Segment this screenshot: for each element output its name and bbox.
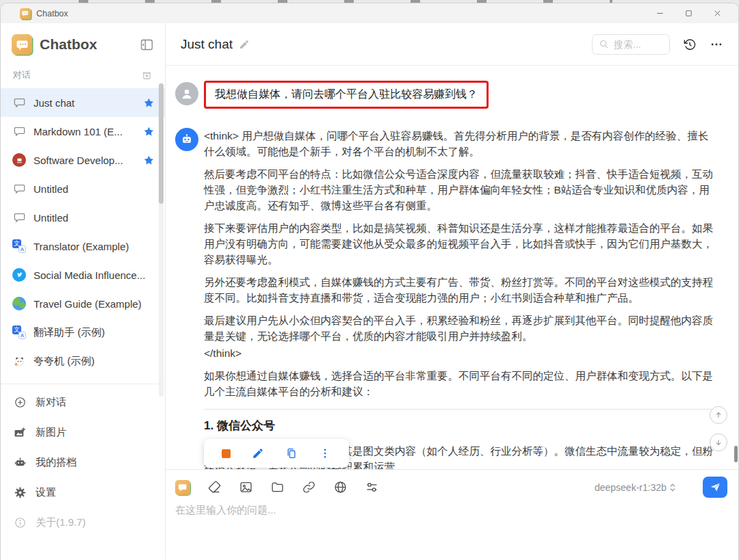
section-divider — [204, 409, 718, 410]
conversation-item-software-developer[interactable]: Software Develop... — [1, 146, 165, 174]
chatbox-logo-icon — [20, 8, 31, 19]
sidebar: Chatbox 对话 Just chat Mar — [1, 23, 166, 559]
conversation-item-untitled-1[interactable]: Untitled — [1, 174, 165, 203]
plus-circle-icon — [13, 395, 27, 409]
about-button[interactable]: 关于(1.9.7) — [1, 507, 165, 537]
user-message-row: 我想做自媒体，请问去哪个平台入驻比较容易赚到钱？ — [175, 82, 725, 109]
chat-bubble-icon — [12, 182, 26, 196]
collapse-sidebar-icon[interactable] — [140, 38, 154, 52]
conversation-item-kuakuaji[interactable]: 夸夸机 (示例) — [1, 347, 165, 375]
web-browsing-icon[interactable] — [333, 480, 348, 494]
scroll-to-top-button[interactable] — [710, 406, 727, 424]
search-icon — [599, 39, 609, 49]
message-list: 我想做自媒体，请问去哪个平台入驻比较容易赚到钱？ <think> 用户想做自媒体… — [166, 66, 738, 469]
star-icon[interactable] — [143, 155, 155, 166]
history-icon[interactable] — [683, 38, 697, 51]
message-hover-toolbar — [204, 439, 349, 468]
chat-bubble-icon — [12, 211, 26, 224]
panda-icon — [12, 354, 26, 368]
chatbox-mini-logo-icon — [175, 480, 190, 495]
robot-icon — [13, 455, 27, 469]
image-attach-icon[interactable] — [239, 480, 253, 494]
translate-icon: 文A — [12, 239, 26, 253]
maximize-button[interactable] — [674, 5, 703, 23]
edit-title-icon[interactable] — [239, 39, 250, 50]
chatbox-logo-icon — [12, 34, 32, 55]
conversation-item-translate-assistant[interactable]: 文A 翻译助手 (示例) — [1, 318, 165, 347]
more-options-icon[interactable] — [710, 38, 723, 51]
star-icon[interactable] — [143, 126, 155, 137]
star-icon[interactable] — [143, 97, 155, 109]
stop-generating-button[interactable] — [222, 449, 231, 458]
assistant-paragraph: 另外还要考虑盈利模式，自媒体赚钱的方式主要有广告、带货、粉丝打赏等。不同的平台对… — [204, 274, 718, 306]
minimize-button[interactable] — [645, 5, 674, 23]
assistant-paragraph: 如果你想通过自媒体赚钱，选择合适的平台非常重要。不同平台有不同的定位、用户群体和… — [204, 368, 718, 399]
brand-name: Chatbox — [40, 36, 140, 53]
conversation-item-untitled-2[interactable]: Untitled — [1, 203, 165, 232]
more-message-actions-icon[interactable] — [319, 447, 331, 459]
chatbox-window: Chatbox Chatbox 对话 — [0, 3, 739, 560]
conversations-label: 对话 — [13, 69, 141, 81]
chat-bubble-icon — [12, 96, 26, 109]
info-circle-icon — [13, 516, 27, 529]
assistant-paragraph: 接下来要评估用户的内容类型，比如是搞笑视频、科普知识还是生活分享，这样才能推荐最… — [204, 220, 718, 267]
paper-plane-icon — [709, 481, 722, 494]
sidebar-brand: Chatbox — [1, 23, 165, 55]
main-panel: Just chat 我想做自媒体，请问去哪个平台入驻比较容易赚到钱？ — [166, 23, 738, 559]
user-avatar — [175, 82, 198, 105]
composer: deepseek-r1:32b — [166, 469, 738, 559]
sidebar-scrollbar-thumb[interactable] — [159, 83, 164, 204]
chat-bubble-icon — [12, 124, 26, 138]
section-heading: 1. 微信公众号 — [204, 418, 718, 434]
chevron-updown-icon — [669, 483, 676, 492]
assistant-message-row: <think> 用户想做自媒体，问哪个平台入驻容易赚钱。首先得分析用户的背景，是… — [175, 128, 725, 469]
model-name: deepseek-r1:32b — [595, 482, 666, 493]
window-title: Chatbox — [36, 9, 645, 18]
translate-icon: 文A — [12, 325, 26, 339]
conversation-item-markdown-101[interactable]: Markdown 101 (E... — [1, 117, 165, 146]
twitter-bird-icon — [12, 268, 26, 282]
settings-sliders-icon[interactable] — [365, 480, 379, 494]
edit-message-icon[interactable] — [252, 447, 264, 459]
copy-message-icon[interactable] — [285, 447, 298, 459]
chat-header: Just chat — [166, 23, 738, 66]
assistant-paragraph: <think> 用户想做自媒体，问哪个平台入驻容易赚钱。首先得分析用户的背景，是… — [204, 128, 718, 159]
link-attach-icon[interactable] — [302, 480, 316, 494]
folder-attach-icon[interactable] — [270, 480, 285, 494]
page-title: Just chat — [181, 37, 233, 52]
new-image-button[interactable]: 新图片 — [1, 417, 165, 447]
globe-icon — [12, 297, 26, 310]
developer-avatar-icon — [12, 153, 26, 167]
close-button[interactable] — [703, 5, 731, 23]
assistant-paragraph: 然后要考虑不同平台的特点：比如微信公众号适合深度内容，但流量获取较难；抖音、快手… — [204, 166, 718, 213]
assistant-message-content: <think> 用户想做自媒体，问哪个平台入驻容易赚钱。首先得分析用户的背景，是… — [204, 128, 718, 469]
conversations-section: 对话 — [1, 55, 165, 84]
conversation-item-translator[interactable]: 文A Translator (Example) — [1, 232, 165, 261]
scroll-to-bottom-button[interactable] — [710, 434, 727, 451]
search-input[interactable] — [614, 39, 658, 50]
new-chat-button[interactable]: 新对话 — [1, 387, 165, 417]
send-button[interactable] — [703, 477, 727, 498]
sidebar-scrollbar[interactable] — [159, 83, 164, 397]
window-titlebar: Chatbox — [1, 3, 738, 23]
assistant-think-close: </think> — [204, 345, 718, 361]
assistant-avatar — [175, 128, 198, 151]
user-message-highlighted[interactable]: 我想做自媒体，请问去哪个平台入驻比较容易赚到钱？ — [204, 81, 489, 109]
conversation-item-travel-guide[interactable]: Travel Guide (Example) — [1, 289, 165, 318]
conversation-item-just-chat[interactable]: Just chat — [1, 88, 165, 117]
chat-scrollbar-thumb[interactable] — [734, 446, 738, 462]
message-input[interactable] — [175, 504, 727, 548]
conversation-item-social-media[interactable]: Social Media Influence... — [1, 261, 165, 289]
settings-button[interactable]: 设置 — [1, 477, 165, 507]
assistant-paragraph: 最后建议用户先从小众但内容契合的平台入手，积累经验和粉丝，再逐步扩展到其他平台。… — [204, 312, 718, 344]
model-selector[interactable]: deepseek-r1:32b — [595, 482, 676, 493]
image-plus-icon — [13, 425, 27, 439]
search-box[interactable] — [592, 34, 670, 55]
eraser-icon[interactable] — [207, 480, 222, 494]
conversation-list: Just chat Markdown 101 (E... Software De… — [1, 88, 165, 375]
sidebar-divider — [1, 384, 165, 384]
clear-conversations-icon[interactable] — [141, 70, 153, 81]
my-copilots-button[interactable]: 我的搭档 — [1, 447, 165, 477]
gear-icon — [13, 485, 27, 499]
